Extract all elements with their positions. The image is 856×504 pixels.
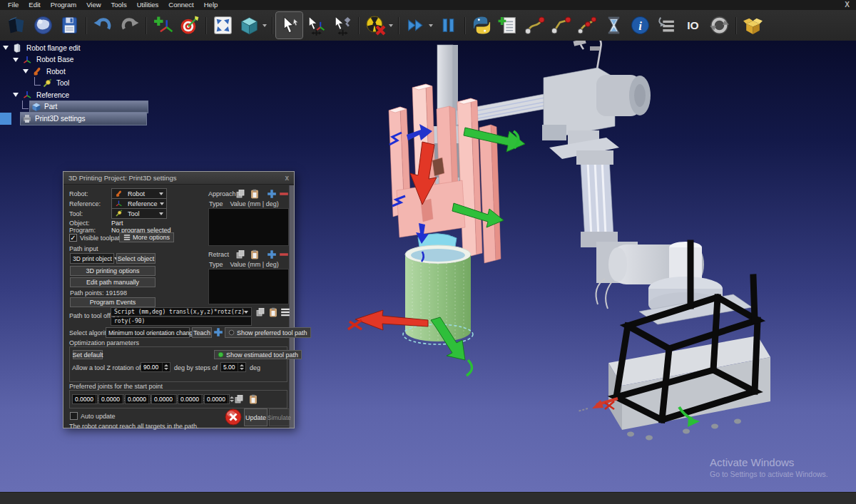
path-offset-paste-button[interactable] bbox=[268, 307, 279, 317]
program-events-button[interactable]: Program Events bbox=[70, 297, 156, 307]
joint-6-spinbox[interactable]: 0.0000 bbox=[204, 394, 230, 404]
move-reference-cursor-button[interactable] bbox=[302, 12, 329, 38]
simulate-button[interactable]: Simulate bbox=[269, 408, 290, 426]
update-program-button[interactable] bbox=[706, 12, 733, 38]
approach-list[interactable] bbox=[208, 208, 289, 246]
algorithm-select[interactable]: Minimum tool orientation change bbox=[106, 327, 190, 338]
retract-remove-button[interactable] bbox=[278, 249, 290, 259]
wait-instruction-button[interactable] bbox=[601, 12, 627, 38]
spinner-arrows[interactable] bbox=[162, 363, 170, 371]
retract-paste-button[interactable] bbox=[249, 249, 260, 259]
expander-icon[interactable] bbox=[3, 46, 9, 50]
retract-add-button[interactable] bbox=[266, 249, 277, 259]
check-collisions-button[interactable] bbox=[362, 12, 389, 38]
menu-program[interactable]: Program bbox=[46, 0, 81, 10]
joint-5-spinbox[interactable]: 0.0000 bbox=[178, 394, 203, 404]
joint-1-spinbox[interactable]: 0.0000 bbox=[72, 394, 98, 404]
path-source-select[interactable]: 3D print object bbox=[70, 253, 114, 264]
algorithm-add-button[interactable] bbox=[213, 326, 224, 337]
approach-remove-button[interactable] bbox=[278, 188, 290, 199]
program-instructions-button[interactable] bbox=[653, 12, 680, 38]
view-cube-dropdown-caret[interactable] bbox=[263, 24, 267, 27]
approach-paste-button[interactable] bbox=[249, 188, 260, 199]
export-simulation-button[interactable] bbox=[740, 12, 766, 38]
update-button[interactable]: Update bbox=[244, 408, 268, 426]
robot-select[interactable]: Robot bbox=[111, 188, 167, 199]
spin-down-icon[interactable] bbox=[240, 368, 244, 370]
dialog-title-bar[interactable]: 3D Printing Project: Print3D settings x bbox=[63, 172, 294, 185]
check-collisions-dropdown-caret[interactable] bbox=[389, 24, 393, 27]
dialog-close-button[interactable]: x bbox=[285, 174, 289, 182]
expander-icon[interactable] bbox=[23, 69, 29, 73]
path-offset-menu-button[interactable] bbox=[280, 307, 291, 317]
undo-button[interactable] bbox=[90, 12, 116, 38]
approach-add-button[interactable] bbox=[266, 188, 277, 199]
joint-2-spinbox[interactable]: 0.0000 bbox=[98, 394, 124, 404]
fast-simulation-button[interactable] bbox=[402, 12, 429, 38]
tool-select[interactable]: Tool bbox=[111, 208, 167, 219]
teach-button[interactable]: Teach bbox=[192, 327, 212, 338]
fast-simulation-dropdown-caret[interactable] bbox=[429, 24, 433, 27]
path-offset-copy-button[interactable] bbox=[255, 307, 266, 317]
website-button[interactable] bbox=[30, 12, 56, 38]
tree-item-part[interactable]: Part bbox=[0, 101, 171, 113]
tree-item-print3d-settings[interactable]: Print3D settings bbox=[0, 113, 171, 125]
spin-up-icon[interactable] bbox=[240, 364, 244, 366]
menu-view[interactable]: View bbox=[81, 0, 106, 10]
menu-connect[interactable]: Connect bbox=[163, 0, 198, 10]
expander-icon[interactable] bbox=[13, 93, 19, 97]
window-close-button[interactable]: X bbox=[845, 0, 850, 10]
io-instruction-button[interactable]: IO bbox=[680, 12, 706, 38]
fit-all-button[interactable] bbox=[210, 12, 236, 38]
joint-3-spinbox[interactable]: 0.0000 bbox=[125, 394, 151, 404]
printing-options-button[interactable]: 3D printing options bbox=[70, 266, 156, 276]
retract-list[interactable] bbox=[208, 269, 289, 304]
path-offset-script-input[interactable]: roty(-90) bbox=[111, 317, 252, 326]
expander-icon[interactable] bbox=[13, 58, 19, 62]
menu-edit[interactable]: Edit bbox=[24, 0, 45, 10]
approach-copy-button[interactable] bbox=[235, 188, 246, 199]
move-linear-instruction-button[interactable] bbox=[548, 12, 574, 38]
add-python-program-button[interactable] bbox=[469, 12, 495, 38]
show-message-instruction-button[interactable]: i bbox=[627, 12, 653, 38]
redo-button[interactable] bbox=[116, 12, 143, 38]
joints-copy-button[interactable] bbox=[233, 394, 245, 404]
move-tool-cursor-button[interactable] bbox=[329, 12, 355, 38]
tree-item-robot-base[interactable]: Robot Base bbox=[0, 54, 171, 66]
reference-select[interactable]: Reference bbox=[111, 198, 167, 209]
save-station-button[interactable] bbox=[56, 12, 83, 38]
menu-file[interactable]: File bbox=[3, 0, 24, 10]
move-circular-instruction-button[interactable] bbox=[574, 12, 601, 38]
view-cube-button[interactable] bbox=[236, 12, 263, 38]
menu-help[interactable]: Help bbox=[199, 0, 223, 10]
spin-up-icon[interactable] bbox=[164, 364, 168, 366]
menu-utilities[interactable]: Utilities bbox=[132, 0, 164, 10]
joint-4-spinbox[interactable]: 0.0000 bbox=[151, 394, 177, 404]
move-joint-instruction-button[interactable] bbox=[521, 12, 548, 38]
add-target-button[interactable] bbox=[176, 12, 203, 38]
add-reference-frame-button[interactable] bbox=[150, 12, 176, 38]
tree-item-robot[interactable]: Robot bbox=[0, 66, 171, 78]
show-preferred-toggle[interactable]: Show preferred tool path bbox=[225, 327, 311, 338]
set-default-button[interactable]: Set default bbox=[73, 350, 103, 359]
path-offset-select[interactable]: Script (mm,deg) transl(x,y,z)*rotz(rz)*.… bbox=[111, 307, 252, 317]
more-options-button[interactable]: More options bbox=[119, 232, 174, 242]
visible-toolpath-checkbox[interactable]: ✓ bbox=[69, 234, 77, 242]
tree-item-reference[interactable]: Reference bbox=[0, 89, 171, 101]
edit-path-button[interactable]: Edit path manually bbox=[70, 277, 156, 287]
pause-simulation-button[interactable] bbox=[435, 12, 462, 38]
tree-item-robot-flange-edit[interactable]: Robot flange edit bbox=[0, 42, 171, 54]
menu-tools[interactable]: Tools bbox=[106, 0, 132, 10]
joints-paste-button[interactable] bbox=[248, 394, 259, 404]
rotation-spinbox[interactable]: 90.00 bbox=[141, 362, 170, 372]
select-object-button[interactable]: Select object bbox=[116, 253, 156, 264]
open-station-button[interactable] bbox=[4, 12, 30, 38]
spinner-arrows[interactable] bbox=[238, 363, 245, 371]
show-estimated-toggle[interactable]: Show estimated tool path bbox=[214, 350, 302, 359]
auto-update-checkbox[interactable] bbox=[70, 412, 78, 420]
step-spinbox[interactable]: 5.00 bbox=[220, 362, 246, 372]
select-cursor-button[interactable] bbox=[276, 12, 302, 38]
add-program-button[interactable] bbox=[495, 12, 521, 38]
tree-item-tool[interactable]: Tool bbox=[0, 78, 171, 90]
retract-copy-button[interactable] bbox=[235, 249, 246, 259]
